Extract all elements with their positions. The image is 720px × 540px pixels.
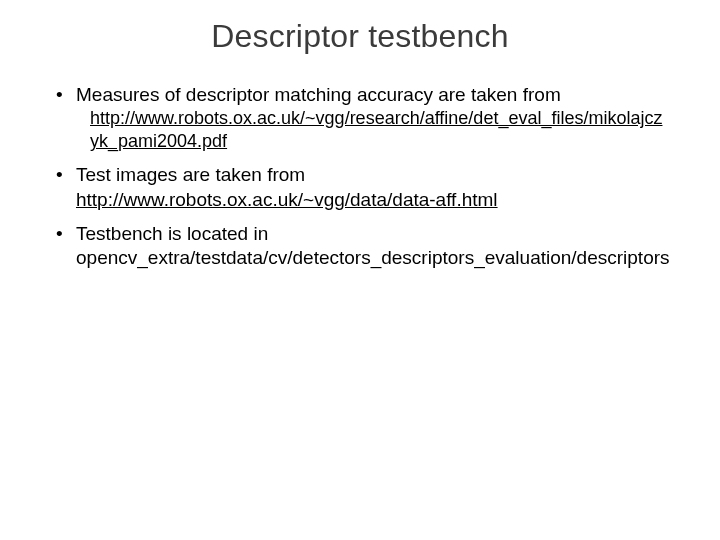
bullet-text: Testbench is located in opencv_extra/tes… [76, 223, 670, 268]
reference-link[interactable]: http://www.robots.ox.ac.uk/~vgg/data/dat… [76, 189, 498, 210]
bullet-item: Test images are taken from http://www.ro… [50, 163, 670, 212]
bullet-item: Testbench is located in opencv_extra/tes… [50, 222, 670, 271]
bullet-item: Measures of descriptor matching accuracy… [50, 83, 670, 153]
bullet-text: Test images are taken from [76, 164, 305, 185]
bullet-text: Measures of descriptor matching accuracy… [76, 84, 561, 105]
reference-link[interactable]: http://www.robots.ox.ac.uk/~vgg/research… [90, 108, 662, 151]
bullet-list: Measures of descriptor matching accuracy… [50, 83, 670, 271]
slide: Descriptor testbench Measures of descrip… [0, 0, 720, 540]
slide-title: Descriptor testbench [50, 18, 670, 55]
